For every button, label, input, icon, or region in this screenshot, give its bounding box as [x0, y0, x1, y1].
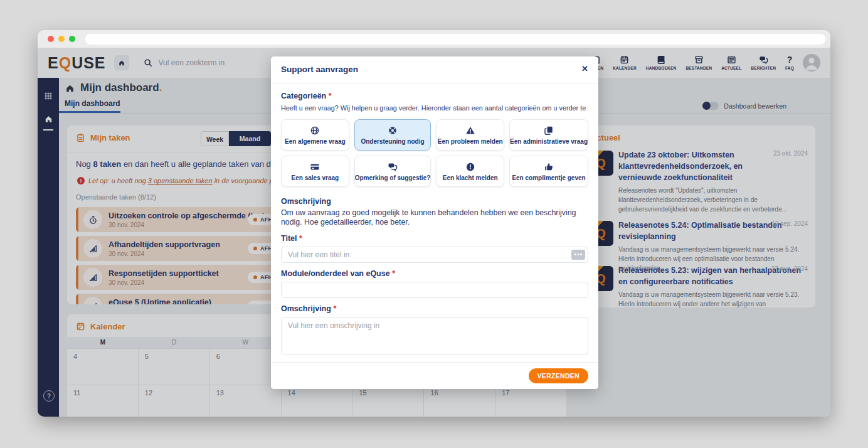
category-probleem-melden[interactable]: Een probleem melden: [436, 119, 504, 151]
category-administratieve-vraag[interactable]: Een administratieve vraag: [509, 119, 588, 151]
browser-chrome: [38, 30, 830, 48]
categories-description: Heeft u een vraag? Wij helpen u graag ve…: [281, 104, 588, 112]
module-label: Module/onderdeel van eQuse *: [281, 269, 588, 278]
more-options-icon[interactable]: [571, 250, 585, 260]
copy-pages-icon: [544, 125, 554, 136]
minimize-window-button[interactable]: [58, 36, 65, 42]
category-complimentje-geven[interactable]: Een complimentje geven: [509, 156, 588, 187]
category-algemene-vraag[interactable]: Een algemene vraag: [281, 119, 349, 151]
url-bar[interactable]: [85, 34, 825, 45]
category-sales-vraag[interactable]: Een sales vraag: [281, 156, 349, 187]
titel-input[interactable]: [281, 247, 588, 263]
titel-label: Titel *: [281, 234, 588, 243]
modal-header: Support aanvragen ✕: [271, 56, 598, 83]
warning-triangle-icon: [465, 125, 475, 136]
globe-icon: [310, 125, 320, 136]
categories-label: Categorieën *: [281, 92, 588, 100]
omschrijving-textarea[interactable]: [281, 317, 588, 355]
chat-bubbles-icon: [388, 162, 398, 172]
description-header: Omschrijving: [281, 197, 588, 206]
omschrijving-label: Omschrijving *: [281, 304, 588, 313]
close-window-button[interactable]: [48, 36, 54, 42]
category-klacht-melden[interactable]: Een klacht melden: [436, 156, 504, 187]
category-ondersteuning-nodig[interactable]: Ondersteuning nodig: [354, 119, 431, 151]
traffic-lights: [48, 36, 75, 42]
module-input[interactable]: [281, 282, 588, 298]
category-opmerking-suggestie[interactable]: Opmerking of suggestie?: [354, 156, 431, 187]
browser-window: EQUSE TAKEN KALENDER HANDBOEKE: [38, 30, 830, 417]
maximize-window-button[interactable]: [69, 36, 75, 42]
support-request-modal: Support aanvragen ✕ Categorieën * Heeft …: [271, 56, 598, 389]
modal-title: Support aanvragen: [281, 65, 358, 74]
modal-body: Categorieën * Heeft u een vraag? Wij hel…: [271, 83, 598, 363]
lifebuoy-icon: [388, 125, 398, 136]
exclamation-bubble-icon: [465, 162, 475, 172]
submit-button[interactable]: VERZENDEN: [529, 368, 588, 383]
credit-card-icon: [310, 162, 320, 172]
category-grid: Een algemene vraag Ondersteuning nodig E…: [281, 119, 588, 187]
description-text: Om uw aanvraag zo goed mogelijk te kunne…: [281, 208, 588, 228]
close-icon[interactable]: ✕: [581, 64, 588, 73]
modal-footer: VERZENDEN: [271, 362, 598, 389]
thumbs-up-icon: [544, 162, 554, 172]
